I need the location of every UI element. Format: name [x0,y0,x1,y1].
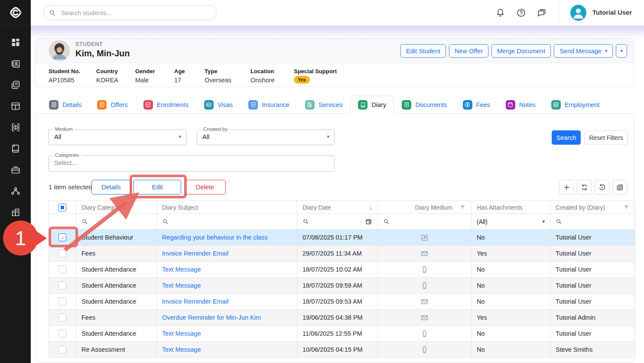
calendar-icon[interactable] [365,218,372,225]
user-avatar[interactable] [570,5,586,21]
filter-cell-diary-subject[interactable] [157,214,297,230]
merge-document-button[interactable]: Merge Document [491,44,551,58]
column-header-diary-subject[interactable]: Diary Subject [157,201,297,214]
sidebar-item-fees[interactable] [10,122,21,133]
notifications-icon[interactable] [495,8,505,18]
details-button[interactable]: Details [91,180,131,194]
diary-subject-link[interactable]: Text Message [162,282,201,289]
column-search-icon [81,218,88,225]
sidebar-item-offers[interactable] [10,80,21,90]
column-header-diary-category[interactable]: Diary Category [76,201,157,214]
tab-enrolments[interactable]: Enrolments [136,96,196,113]
row-checkbox[interactable] [59,346,66,353]
table-row[interactable]: FeesInvoice Reminder Email29/07/2025 11:… [49,246,635,262]
filter-cell-created-by-diary-[interactable] [550,214,635,230]
table-row[interactable]: Student AttendanceInvoice Reminder Email… [49,294,635,310]
table-row[interactable]: Student AttendanceText Message18/07/2025… [49,262,635,278]
tab-visas[interactable]: Visas [196,96,241,113]
tab-diary[interactable]: Diary [350,96,394,114]
user-name[interactable]: Tutorial User [592,9,632,16]
sidebar-item-students[interactable] [10,58,21,69]
search-button[interactable]: Search [552,130,581,145]
row-checkbox[interactable] [59,266,66,273]
app-logo[interactable] [0,0,31,26]
revert-button[interactable] [595,180,609,194]
has-attachments-value: Yes [477,314,487,321]
created-by-value: Tutorial User [556,234,591,241]
student-photo-image [49,40,70,61]
sidebar-item-enrolments[interactable] [10,101,21,111]
new-offer-button[interactable]: New Offer [449,44,488,58]
more-actions-button[interactable]: ▾ [616,44,627,58]
sidebar-item-services[interactable] [10,165,21,175]
filter-cell-has-attachments[interactable]: (All)▾ [472,214,550,230]
row-checkbox[interactable] [59,282,66,289]
info-value: Male [135,77,174,84]
row-checkbox[interactable] [59,233,66,241]
add-row-button[interactable] [559,180,574,194]
row-checkbox[interactable] [59,298,66,305]
filter-cell-diary-date[interactable] [297,214,378,230]
column-header-diary-date[interactable]: Diary Date↓ [297,201,378,214]
filter-funnel-icon[interactable] [459,204,466,211]
tab-details[interactable]: Details [41,96,89,113]
tab-icon-glyph [403,101,410,108]
sidebar-item-diary[interactable] [10,143,21,154]
filter-funnel-icon[interactable] [623,204,630,211]
diary-subject-link[interactable]: Invoice Reminder Email [162,250,228,257]
diary-subject-link[interactable]: Invoice Reminder Email [162,298,228,305]
messages-icon[interactable] [537,8,546,18]
edit-button[interactable]: Edit [133,180,181,194]
table-row[interactable]: Re AssessmentText Message10/06/2025 04:1… [49,342,635,358]
created-by-filter[interactable]: Created by All ▾ [197,130,335,145]
email-icon [420,314,429,322]
diary-subject-link[interactable]: Text Message [162,266,201,273]
categories-filter[interactable]: Categories Select... [49,156,335,172]
tab-services[interactable]: Services [297,96,351,113]
table-row[interactable]: Student BehaviourRegarding your behaviou… [49,230,635,246]
select-all-checkbox[interactable] [59,204,66,211]
help-icon[interactable] [516,8,526,18]
diary-date: 19/06/2025 04:38 PM [302,314,363,321]
diary-subject-link[interactable]: Overdue Reminder for Min-Jun Kim [162,314,261,321]
row-checkbox[interactable] [59,250,66,257]
tab-offers[interactable]: Offers [89,96,135,113]
row-checkbox[interactable] [59,330,66,337]
refresh-button[interactable] [577,180,592,194]
tab-employment[interactable]: Employment [543,96,608,113]
filter-cell-diary-medium[interactable] [378,214,472,230]
column-header-diary-medium[interactable]: Diary Medium [378,201,472,214]
send-message-button[interactable]: Send Message▾ [554,44,613,58]
diary-subject-link[interactable]: Text Message [162,330,201,337]
diary-subject-link[interactable]: Regarding your behaviour in the class [162,234,267,241]
tab-insurance[interactable]: Insurance [241,96,297,113]
medium-filter[interactable]: Medium All ▾ [49,130,186,145]
filter-cell-diary-category[interactable] [76,214,157,230]
search-input[interactable] [43,5,217,20]
reset-filters-button[interactable]: Reset Filters [584,130,628,145]
table-row[interactable]: Student AttendanceText Message18/07/2025… [49,278,635,294]
column-header-created-by-diary-[interactable]: Created by (Diary) [550,201,635,214]
tab-documents[interactable]: Documents [394,96,455,113]
info-student-no-: Student No.AP10585 [49,68,96,84]
has-attachments-value: No [477,330,485,337]
diary-subject-link[interactable]: Text Message [162,346,201,353]
tab-notes[interactable]: Notes [498,96,543,113]
sidebar-item-campus[interactable] [10,207,21,217]
row-checkbox[interactable] [59,314,66,321]
column-header-has-attachments[interactable]: Has Attachments [472,201,550,214]
sidebar-item-agents[interactable] [10,186,21,196]
delete-button[interactable]: Delete [184,180,226,194]
tab-label: Details [62,101,81,108]
table-row[interactable]: Student AttendanceText Message11/06/2025… [49,326,635,342]
column-chooser-button[interactable] [612,180,627,194]
special-support-badge: Yes [294,76,310,84]
column-chooser-icon [616,183,624,191]
sidebar-item-dashboard[interactable] [10,37,21,48]
table-row[interactable]: FeesOverdue Reminder for Min-Jun Kim19/0… [49,310,635,326]
attachments-filter-select[interactable]: (All)▾ [477,218,545,225]
sms-icon [420,282,429,290]
sort-desc-icon[interactable]: ↓ [369,204,372,211]
edit-student-button[interactable]: Edit Student [400,44,446,58]
tab-fees[interactable]: Fees [455,96,498,113]
